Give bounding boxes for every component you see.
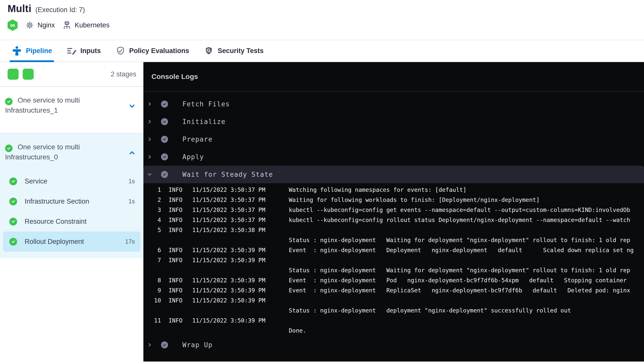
log-line: 7 INFO 11/15/2022 3:50:39 PM (143, 255, 644, 265)
log-message: Event : nginx-deployment ReplicaSet ngin… (289, 285, 644, 295)
log-line: 2 INFO 11/15/2022 3:50:37 PM Waiting for… (143, 195, 644, 205)
chevron-up-icon[interactable] (128, 149, 136, 157)
chevron-down-icon[interactable] (147, 172, 152, 177)
chevron-right-icon[interactable] (147, 137, 152, 142)
execution-meta-row: ∞ Nginx (8, 19, 644, 31)
execution-header: Multi (Execution Id: 7) ∞ Nginx (0, 0, 644, 40)
step-name: Resource Constraint (25, 218, 87, 225)
step-row-service[interactable]: Service 1s (3, 171, 140, 191)
tab-security-tests[interactable]: Security Tests (204, 40, 264, 62)
log-line-number (143, 235, 161, 245)
log-line-number: 1 (143, 185, 161, 195)
log-level: INFO (169, 275, 184, 285)
chevron-down-icon[interactable] (128, 102, 136, 110)
log-level: INFO (169, 205, 184, 215)
step-success-icon (161, 341, 168, 348)
log-line: Status : nginx-deployment Waiting for de… (143, 235, 644, 245)
log-line-number (143, 305, 161, 315)
log-line-number: 10 (143, 295, 161, 305)
infrastructure-name: Kubernetes (75, 21, 109, 29)
log-line: Done. (143, 326, 644, 336)
log-section-prepare[interactable]: Prepare (143, 130, 644, 148)
step-row-resource-constraint[interactable]: Resource Constraint (3, 211, 140, 232)
log-section-label: Wait for Steady State (182, 171, 273, 178)
tab-inputs[interactable]: Inputs (67, 40, 101, 62)
infrastructure-tag[interactable]: Kubernetes (62, 21, 109, 30)
step-row-rollout-deployment[interactable]: Rollout Deployment 17s (3, 232, 140, 252)
log-line: Status : nginx-deployment deployment "ng… (143, 305, 644, 315)
step-name: Service (25, 177, 47, 185)
log-line-number: 5 (143, 225, 161, 235)
tab-pipeline-label: Pipeline (26, 47, 52, 55)
log-line: 9 INFO 11/15/2022 3:50:39 PM Event : ngi… (143, 285, 644, 295)
console-log-lines: 1 INFO 11/15/2022 3:50:37 PM Watching fo… (143, 183, 644, 336)
success-check-icon (5, 145, 13, 152)
log-section-fetch-files[interactable]: Fetch Files (143, 95, 644, 113)
chevron-right-icon[interactable] (147, 342, 152, 348)
log-timestamp: 11/15/2022 3:50:39 PM (192, 285, 266, 295)
chevron-right-icon[interactable] (147, 154, 152, 160)
log-timestamp: 11/15/2022 3:50:39 PM (192, 275, 266, 285)
log-timestamp: 11/15/2022 3:50:37 PM (192, 205, 266, 215)
tab-policy-evaluations[interactable]: Policy Evaluations (115, 40, 189, 62)
stage-row-infrastructures-1[interactable]: One service to multi Infrastructures_1 (0, 87, 143, 133)
log-timestamp: 11/15/2022 3:50:39 PM (192, 245, 266, 255)
console-panel: Console Logs Fetch Files Initialize (143, 62, 644, 361)
shield-check-icon (115, 46, 126, 56)
log-level: INFO (169, 185, 184, 195)
log-timestamp (192, 235, 266, 245)
step-row-infrastructure-section[interactable]: Infrastructure Section 1s (3, 191, 140, 211)
log-line: 6 INFO 11/15/2022 3:50:39 PM Event : ngi… (143, 245, 644, 255)
log-level: INFO (169, 285, 184, 295)
log-level: INFO (169, 215, 184, 225)
log-line: Status : nginx-deployment Waiting for de… (143, 265, 644, 275)
stages-summary-bar: 2 stages (0, 62, 143, 87)
console-header: Console Logs (143, 62, 644, 92)
log-section-wrap-up[interactable]: Wrap Up (143, 336, 644, 354)
gear-icon (25, 21, 34, 30)
log-section-label: Prepare (182, 135, 213, 143)
inputs-icon (67, 46, 77, 56)
step-name: Infrastructure Section (25, 198, 89, 205)
chevron-right-icon[interactable] (147, 101, 152, 107)
log-timestamp (192, 305, 266, 315)
log-message: Watching following namespaces for events… (289, 185, 644, 195)
execution-id-label: (Execution Id: 7) (35, 6, 85, 14)
log-message (289, 255, 644, 265)
log-section-wait-for-steady-state[interactable]: Wait for Steady State (143, 166, 644, 183)
step-success-icon (161, 118, 168, 125)
tab-pipeline[interactable]: Pipeline (12, 40, 52, 62)
log-section-label: Initialize (182, 118, 226, 125)
log-message (289, 295, 644, 305)
chevron-right-icon[interactable] (147, 119, 152, 124)
log-timestamp (192, 326, 266, 336)
log-message: Event : nginx-deployment Deployment ngin… (289, 245, 644, 255)
service-tag[interactable]: Nginx (25, 21, 55, 30)
success-check-icon (5, 98, 13, 105)
log-level: INFO (169, 195, 184, 205)
log-timestamp: 11/15/2022 3:50:37 PM (192, 185, 266, 195)
log-level (169, 235, 184, 245)
log-section-label: Apply (182, 153, 204, 161)
log-message: Event : nginx-deployment Pod nginx-deplo… (289, 275, 644, 285)
log-timestamp: 11/15/2022 3:50:39 PM (192, 295, 266, 305)
step-list: Service 1s Infrastructure Section 1s Res… (0, 171, 143, 252)
log-line-number: 7 (143, 255, 161, 265)
console-body[interactable]: Fetch Files Initialize Prepare (143, 92, 644, 361)
log-line-number: 8 (143, 275, 161, 285)
log-line-number: 6 (143, 245, 161, 255)
log-section-label: Wrap Up (182, 341, 213, 349)
stage-row-infrastructures-0[interactable]: One service to multi Infrastructures_0 (0, 133, 143, 171)
log-line: 8 INFO 11/15/2022 3:50:39 PM Event : ngi… (143, 275, 644, 285)
stage-name: One service to multi Infrastructures_1 (5, 96, 80, 114)
log-level: INFO (169, 255, 184, 265)
stage-success-square (8, 69, 19, 80)
log-line-number: 2 (143, 195, 161, 205)
step-duration: 17s (125, 238, 135, 245)
log-section-initialize[interactable]: Initialize (143, 113, 644, 130)
log-level: INFO (169, 315, 184, 326)
console-title: Console Logs (151, 73, 198, 81)
log-line: 4 INFO 11/15/2022 3:50:37 PM kubectl --k… (143, 215, 644, 225)
log-timestamp: 11/15/2022 3:50:39 PM (192, 315, 266, 326)
log-section-apply[interactable]: Apply (143, 148, 644, 166)
